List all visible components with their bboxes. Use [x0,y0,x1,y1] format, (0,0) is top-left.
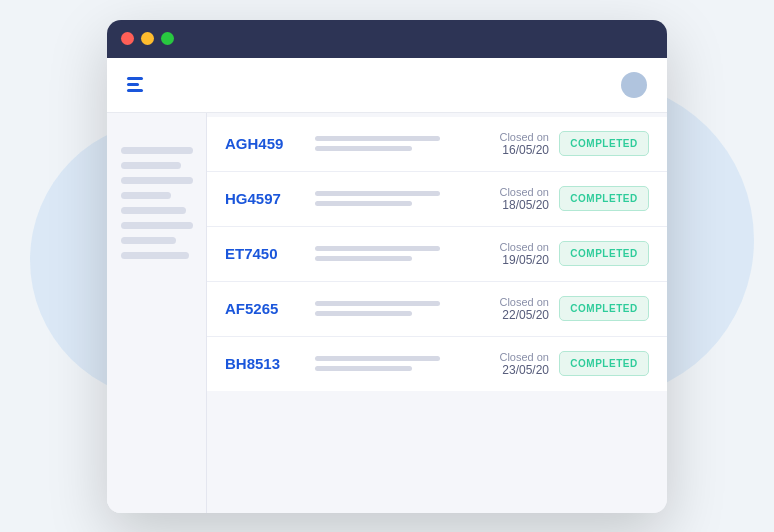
row-line [315,301,440,306]
row-line [315,191,440,196]
row-date-label: Closed on [464,131,549,143]
app-header [107,58,667,113]
sidebar-line [121,177,193,184]
row-date-value: 23/05/20 [464,363,549,377]
row-line [315,246,440,251]
sidebar-line [121,162,181,169]
sidebar-line [121,222,193,229]
logo-line-3 [127,89,143,92]
status-badge: COMPLETED [559,351,649,376]
status-badge: COMPLETED [559,296,649,321]
table-row[interactable]: ET7450 Closed on 19/05/20 COMPLETED [207,227,667,282]
table-row[interactable]: AGH459 Closed on 16/05/20 COMPLETED [207,117,667,172]
status-badge: COMPLETED [559,186,649,211]
row-placeholder-lines [315,301,454,316]
row-id: ET7450 [225,245,305,262]
traffic-light-yellow[interactable] [141,32,154,45]
row-date-label: Closed on [464,296,549,308]
sidebar-line [121,252,189,259]
logo-line-1 [127,77,143,80]
row-line [315,201,412,206]
row-date-value: 22/05/20 [464,308,549,322]
row-id: BH8513 [225,355,305,372]
browser-window: AGH459 Closed on 16/05/20 COMPLETED HG45… [107,20,667,513]
sidebar [107,113,207,513]
sidebar-line [121,237,176,244]
title-bar [107,20,667,58]
table-row[interactable]: HG4597 Closed on 18/05/20 COMPLETED [207,172,667,227]
row-placeholder-lines [315,246,454,261]
avatar[interactable] [621,72,647,98]
row-date: Closed on 23/05/20 [464,351,549,377]
row-placeholder-lines [315,136,454,151]
row-date: Closed on 18/05/20 [464,186,549,212]
sidebar-line [121,192,171,199]
row-date: Closed on 22/05/20 [464,296,549,322]
sidebar-line [121,147,193,154]
row-placeholder-lines [315,356,454,371]
table-row[interactable]: AF5265 Closed on 22/05/20 COMPLETED [207,282,667,337]
traffic-light-red[interactable] [121,32,134,45]
row-line [315,146,412,151]
row-date-label: Closed on [464,186,549,198]
row-line [315,356,440,361]
row-date-label: Closed on [464,241,549,253]
table-row[interactable]: BH8513 Closed on 23/05/20 COMPLETED [207,337,667,391]
row-date-value: 19/05/20 [464,253,549,267]
sidebar-line [121,207,186,214]
logo-lines-icon [127,77,143,92]
logo [127,77,151,92]
row-placeholder-lines [315,191,454,206]
logo-line-2 [127,83,139,86]
main-content: AGH459 Closed on 16/05/20 COMPLETED HG45… [107,113,667,513]
traffic-light-green[interactable] [161,32,174,45]
row-date: Closed on 19/05/20 [464,241,549,267]
row-line [315,366,412,371]
row-date: Closed on 16/05/20 [464,131,549,157]
row-id: AGH459 [225,135,305,152]
status-badge: COMPLETED [559,241,649,266]
row-date-value: 16/05/20 [464,143,549,157]
row-line [315,136,440,141]
sidebar-lines [121,147,192,259]
status-badge: COMPLETED [559,131,649,156]
row-id: HG4597 [225,190,305,207]
row-date-label: Closed on [464,351,549,363]
row-line [315,311,412,316]
log-table: AGH459 Closed on 16/05/20 COMPLETED HG45… [207,113,667,513]
row-line [315,256,412,261]
row-date-value: 18/05/20 [464,198,549,212]
row-id: AF5265 [225,300,305,317]
